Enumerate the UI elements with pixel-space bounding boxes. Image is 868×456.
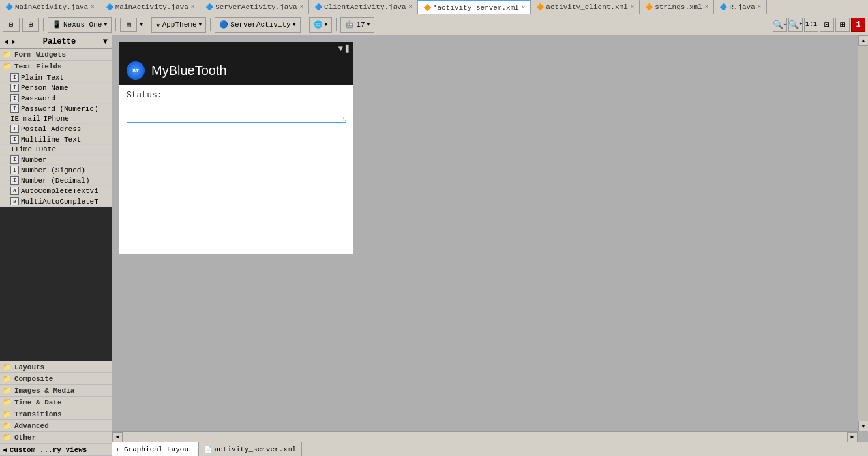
- phone-battery-icon: ▊: [346, 45, 350, 53]
- java-file-icon2: 🔷: [106, 3, 113, 11]
- palette-item-password[interactable]: I Password: [0, 93, 112, 104]
- activity-selector[interactable]: 🔵 ServerActivity ▼: [215, 17, 300, 33]
- palette-item-postal[interactable]: I Postal Address: [0, 124, 112, 134]
- globe-icon: 🌐: [314, 20, 323, 29]
- device-selector[interactable]: 📱 Nexus One ▼: [48, 17, 112, 33]
- palette-item-time[interactable]: I Time: [10, 145, 32, 153]
- palette-item-autocomplete[interactable]: a AutoCompleteTextVi: [0, 186, 112, 196]
- status-input[interactable]: [127, 106, 346, 123]
- palette-left-arrow[interactable]: ◀ ▶: [4, 38, 16, 46]
- palette-item-date[interactable]: I Date: [35, 145, 56, 153]
- bottom-tab-xml[interactable]: 📄 activity_server.xml: [199, 442, 302, 457]
- zoom-reset-btn[interactable]: 1:1: [804, 18, 818, 32]
- composite-label: Composite: [14, 375, 53, 383]
- horizontal-scrollbar[interactable]: ◀ ▶: [112, 431, 858, 442]
- graphical-layout-icon: ⊞: [117, 446, 121, 453]
- zoom-full-btn[interactable]: ⊞: [835, 18, 850, 32]
- phone-signal-icon: ▼: [338, 44, 343, 53]
- tab-close-btn3[interactable]: ×: [300, 4, 303, 10]
- tab-close-btn5[interactable]: ×: [522, 5, 525, 11]
- locale-selector[interactable]: 🌐 ▼: [309, 17, 333, 33]
- zoom-fit-btn[interactable]: ⊡: [820, 18, 834, 32]
- text-fields-section[interactable]: 📁 Text Fields: [0, 61, 112, 72]
- palette-item-password-numeric[interactable]: I Password (Numeric): [0, 104, 112, 114]
- theme-selector[interactable]: ★ AppTheme ▼: [151, 17, 206, 33]
- tab-clientactivity[interactable]: 🔷 ClientActivity.java ×: [309, 0, 418, 14]
- palette-row-email-phone: I E-mail I Phone: [0, 114, 112, 124]
- bottom-tab-graphical[interactable]: ⊞ Graphical Layout: [112, 442, 199, 457]
- transitions-label: Transitions: [14, 410, 62, 418]
- input-icon-plain: I: [10, 73, 19, 82]
- time-date-section[interactable]: 📁 Time & Date: [0, 397, 112, 408]
- layout-variant-btn[interactable]: ▤: [120, 18, 137, 32]
- tab-close-btn[interactable]: ×: [91, 4, 94, 10]
- tab-mainactivity2[interactable]: 🔷 MainActivity.java ×: [100, 0, 201, 14]
- transitions-section[interactable]: 📁 Transitions: [0, 408, 112, 420]
- palette-item-multiline[interactable]: I Multiline Text: [0, 134, 112, 145]
- custom-views-section[interactable]: ◀ Custom ...ry Views: [0, 444, 112, 456]
- palette-item-number-signed[interactable]: I Number (Signed): [0, 165, 112, 175]
- scroll-track-v: [858, 46, 868, 421]
- scroll-up-btn[interactable]: ▲: [858, 35, 868, 46]
- design-canvas[interactable]: ▲ ▼ ◀ ▶ ▼ ▊ BT: [112, 35, 868, 442]
- scroll-down-btn[interactable]: ▼: [858, 421, 868, 431]
- phone-title-bar: BT MyBlueTooth: [119, 56, 353, 85]
- layout-variant-arrow[interactable]: ▼: [140, 22, 143, 27]
- zoom-controls: 🔍 − 🔍 + 1:1 ⊡ ⊞ 1: [773, 18, 865, 32]
- palette-item-multiauto[interactable]: a MultiAutoCompleteT: [0, 196, 112, 207]
- composite-section[interactable]: 📁 Composite: [0, 373, 112, 385]
- tab-strings-xml[interactable]: 🔶 strings.xml ×: [640, 0, 714, 14]
- zoom-out-icon: 🔍: [773, 20, 783, 30]
- palette-item-phone[interactable]: I Phone: [43, 115, 69, 123]
- palette-item-person-name[interactable]: I Person Name: [0, 83, 112, 93]
- form-widgets-section[interactable]: 📁 Form Widgets: [0, 49, 112, 61]
- tab-activity-client-xml[interactable]: 🔶 activity_client.xml ×: [531, 0, 640, 14]
- input-icon-number-decimal: I: [10, 176, 19, 185]
- tab-r-java[interactable]: 🔷 R.java ×: [714, 0, 767, 14]
- xml-file-icon2: 🔶: [536, 3, 544, 11]
- palette-item-number-decimal[interactable]: I Number (Decimal): [0, 175, 112, 186]
- palette-sidebar: ◀ ▶ Palette ▼ 📁 Form Widgets 📁 Text Fiel…: [0, 35, 112, 456]
- locale-chevron-icon: ▼: [325, 22, 328, 27]
- other-section[interactable]: 📁 Other: [0, 432, 112, 444]
- zoom-out-btn[interactable]: 🔍 −: [773, 18, 787, 32]
- vertical-scrollbar[interactable]: ▲ ▼: [858, 35, 868, 431]
- activity-chevron-icon: ▼: [293, 22, 296, 27]
- images-media-section[interactable]: 📁 Images & Media: [0, 385, 112, 397]
- advanced-section[interactable]: 📁 Advanced: [0, 420, 112, 432]
- zoom-in-btn[interactable]: 🔍 +: [788, 18, 803, 32]
- error-badge[interactable]: 1: [851, 18, 865, 32]
- toggle-btn1[interactable]: ⊟: [3, 18, 20, 32]
- input-icon-email: I: [10, 115, 15, 123]
- tab-close-btn4[interactable]: ×: [409, 4, 412, 10]
- toggle-btn2[interactable]: ⊞: [22, 18, 39, 32]
- java-file-icon5: 🔷: [719, 3, 727, 11]
- images-label: Images & Media: [14, 387, 74, 395]
- input-icon-password-numeric: I: [10, 104, 19, 113]
- sep1: [43, 18, 44, 31]
- layouts-label: Layouts: [14, 363, 44, 371]
- scroll-right-btn[interactable]: ▶: [847, 432, 858, 442]
- scroll-left-btn[interactable]: ◀: [112, 432, 123, 442]
- palette-item-email[interactable]: I E-mail: [10, 115, 40, 123]
- tab-bar: 🔷 MainActivity.java × 🔷 MainActivity.jav…: [0, 0, 868, 14]
- tab-mainactivity1[interactable]: 🔷 MainActivity.java ×: [0, 0, 100, 14]
- tab-close-btn7[interactable]: ×: [705, 4, 708, 10]
- tab-close-btn8[interactable]: ×: [758, 4, 761, 10]
- tab-close-btn2[interactable]: ×: [191, 4, 194, 10]
- phone-status-bar: ▼ ▊: [119, 42, 353, 56]
- input-icon-time: I: [10, 145, 15, 153]
- api-level-selector[interactable]: 🤖 17 ▼: [340, 17, 374, 33]
- tab-activity-server-xml[interactable]: 🔶 *activity_server.xml ×: [418, 0, 531, 14]
- form-widgets-label: Form Widgets: [14, 51, 66, 59]
- tab-close-btn6[interactable]: ×: [631, 4, 634, 10]
- custom-views-label: Custom ...ry Views: [10, 446, 87, 454]
- tab-serveractivity[interactable]: 🔷 ServerActivity.java ×: [200, 0, 309, 14]
- palette-dropdown-icon[interactable]: ▼: [103, 37, 108, 46]
- palette-item-plain-text[interactable]: I Plain Text: [0, 72, 112, 83]
- input-icon-multiauto: a: [10, 197, 19, 205]
- layouts-section[interactable]: 📁 Layouts: [0, 361, 112, 373]
- palette-item-number[interactable]: I Number: [0, 155, 112, 165]
- folder-icon-composite: 📁: [3, 374, 12, 383]
- phone-content: Status: ⚓: [119, 85, 353, 254]
